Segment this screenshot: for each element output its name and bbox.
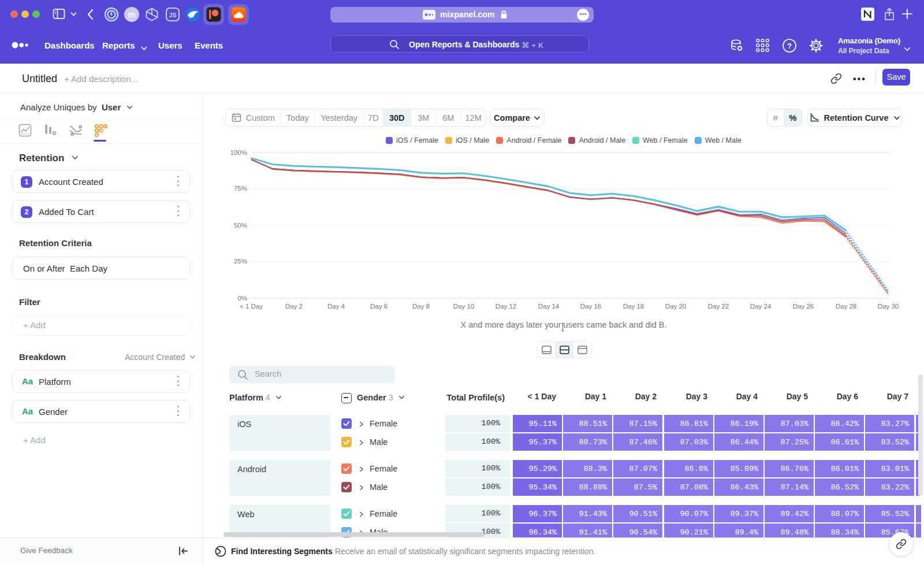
svg-text:Day 2: Day 2 bbox=[285, 303, 303, 310]
svg-text:Day 8: Day 8 bbox=[412, 303, 430, 310]
svg-text:?: ? bbox=[787, 42, 792, 50]
svg-text:Day 14: Day 14 bbox=[538, 303, 560, 310]
svg-text:Day 16: Day 16 bbox=[580, 303, 601, 310]
svg-text:50%: 50% bbox=[234, 222, 247, 229]
svg-text:JS: JS bbox=[169, 12, 177, 18]
svg-text:< 1 Day: < 1 Day bbox=[240, 303, 263, 310]
svg-text:0%: 0% bbox=[237, 295, 247, 302]
svg-text:Day 20: Day 20 bbox=[665, 303, 686, 310]
svg-text:Day 24: Day 24 bbox=[750, 303, 772, 310]
svg-text:Day 6: Day 6 bbox=[370, 303, 388, 310]
svg-text:Day 18: Day 18 bbox=[623, 303, 644, 310]
svg-text:75%: 75% bbox=[234, 185, 247, 192]
svg-text:Day 28: Day 28 bbox=[836, 303, 856, 310]
svg-text:Day 30: Day 30 bbox=[878, 303, 899, 310]
svg-text:100%: 100% bbox=[230, 149, 247, 156]
svg-text:Day 22: Day 22 bbox=[708, 303, 729, 310]
svg-text:25%: 25% bbox=[234, 258, 247, 265]
svg-text:Day 26: Day 26 bbox=[793, 303, 814, 310]
svg-text:Day 4: Day 4 bbox=[327, 303, 345, 310]
svg-text:Day 12: Day 12 bbox=[495, 303, 516, 310]
svg-text:Day 10: Day 10 bbox=[453, 303, 474, 310]
